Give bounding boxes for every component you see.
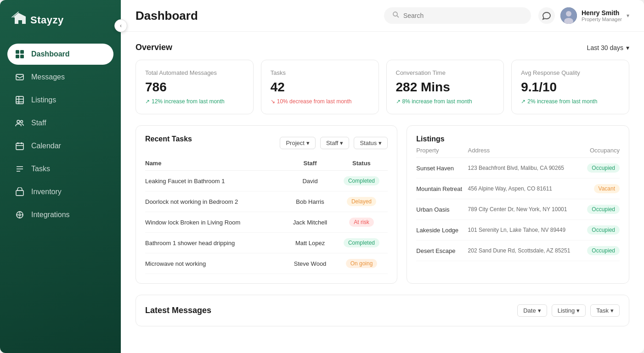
listing-property: Sunset Haven bbox=[416, 158, 468, 179]
main-content: Dashboard bbox=[121, 0, 644, 353]
sidebar-item-staff[interactable]: Staff bbox=[7, 112, 113, 134]
listing-property: Mountain Retreat bbox=[416, 179, 468, 199]
trend-icon-up: ↗ bbox=[396, 98, 401, 105]
svg-rect-18 bbox=[16, 191, 23, 196]
task-name: Leaking Faucet in Bathroom 1 bbox=[145, 171, 285, 191]
table-row: Window lock Broken in Living Room Jack M… bbox=[145, 212, 388, 233]
listing-occupancy: Occupied bbox=[583, 241, 620, 261]
listings-icon bbox=[15, 95, 25, 105]
col-occupancy: Occupancy bbox=[583, 143, 620, 158]
header-actions: Henry Smith Property Manager ▾ bbox=[538, 7, 629, 24]
chevron-down-icon: ▾ bbox=[306, 140, 310, 146]
sidebar-item-tasks[interactable]: Tasks bbox=[7, 158, 113, 179]
listing-address: 789 City Center Dr, New York, NY 10001 bbox=[468, 199, 583, 220]
table-row: Lakeside Lodge 101 Serenity Ln, Lake Tah… bbox=[416, 220, 620, 241]
stat-card-conversation: Conversation Time 282 Mins ↗ 8% increase… bbox=[386, 60, 504, 114]
task-name: Bathroom 1 shower head dripping bbox=[145, 233, 285, 253]
svg-rect-4 bbox=[16, 74, 23, 80]
task-status: Completed bbox=[335, 233, 388, 253]
stat-change: ↗ 2% increase from last month bbox=[521, 98, 620, 105]
sidebar-item-label: Dashboard bbox=[31, 50, 70, 58]
trend-icon-up: ↗ bbox=[521, 98, 525, 105]
svg-rect-2 bbox=[16, 55, 19, 58]
user-info: Henry Smith Property Manager bbox=[582, 9, 622, 22]
messages-icon bbox=[15, 72, 25, 82]
sidebar-item-label: Calendar bbox=[31, 142, 61, 150]
sidebar-item-dashboard[interactable]: Dashboard bbox=[7, 44, 113, 65]
sidebar-item-label: Staff bbox=[31, 119, 46, 127]
integrations-icon bbox=[15, 210, 25, 220]
tasks-card-title: Recent Tasks bbox=[145, 135, 192, 143]
task-staff: Jack Mitchell bbox=[285, 212, 335, 233]
col-status: Status bbox=[335, 156, 388, 171]
date-filter-button[interactable]: Date ▾ bbox=[517, 304, 547, 317]
logo-area: Stayzy bbox=[7, 11, 113, 29]
task-status: On going bbox=[335, 253, 388, 274]
sidebar-item-messages[interactable]: Messages bbox=[7, 67, 113, 88]
stat-card-quality: Avg Response Quality 9.1/10 ↗ 2% increas… bbox=[511, 60, 629, 114]
listing-occupancy: Occupied bbox=[583, 199, 620, 220]
chevron-down-icon: ▾ bbox=[626, 44, 629, 51]
stat-change: ↗ 12% increase from last month bbox=[145, 98, 244, 105]
svg-point-10 bbox=[21, 121, 23, 123]
sidebar-collapse-button[interactable]: ‹ bbox=[114, 19, 127, 32]
task-name: Window lock Broken in Living Room bbox=[145, 212, 285, 233]
sidebar-item-integrations[interactable]: Integrations bbox=[7, 204, 113, 225]
stat-value: 42 bbox=[271, 80, 369, 95]
trend-icon-up: ↗ bbox=[145, 98, 150, 105]
task-name: Microwave not working bbox=[145, 253, 285, 274]
task-status: Delayed bbox=[335, 191, 388, 212]
chat-button[interactable] bbox=[538, 7, 555, 24]
svg-point-24 bbox=[566, 11, 571, 17]
content-area: Overview Last 30 days ▾ Total Automated … bbox=[121, 32, 644, 353]
nav-menu: Dashboard Messages Listing bbox=[7, 44, 113, 227]
listing-address: 123 Beachfront Blvd, Malibu, CA 90265 bbox=[468, 158, 583, 179]
listings-table: Property Address Occupancy Sunset Haven … bbox=[416, 143, 620, 261]
user-area[interactable]: Henry Smith Property Manager ▾ bbox=[560, 7, 629, 24]
overview-title: Overview bbox=[136, 43, 172, 52]
task-filter-button[interactable]: Task ▾ bbox=[590, 304, 620, 317]
overview-header: Overview Last 30 days ▾ bbox=[136, 43, 629, 52]
table-row: Mountain Retreat 456 Alpine Way, Aspen, … bbox=[416, 179, 620, 199]
project-filter-button[interactable]: Project ▾ bbox=[280, 137, 315, 149]
listing-address: 101 Serenity Ln, Lake Tahoe, NV 89449 bbox=[468, 220, 583, 241]
stat-label: Tasks bbox=[271, 69, 369, 76]
messages-title: Latest Messages bbox=[145, 306, 211, 315]
task-staff: Bob Harris bbox=[285, 191, 335, 212]
status-filter-button[interactable]: Status ▾ bbox=[354, 137, 388, 149]
sidebar-item-label: Tasks bbox=[31, 165, 50, 173]
chevron-down-icon: ▾ bbox=[627, 12, 629, 19]
col-address: Address bbox=[468, 143, 583, 158]
sidebar-item-listings[interactable]: Listings bbox=[7, 90, 113, 111]
listing-filter-button[interactable]: Listing ▾ bbox=[552, 304, 586, 317]
header: Dashboard bbox=[121, 0, 644, 32]
listing-property: Lakeside Lodge bbox=[416, 220, 468, 241]
col-name: Name bbox=[145, 156, 285, 171]
listing-occupancy: Occupied bbox=[583, 220, 620, 241]
date-filter-button[interactable]: Last 30 days ▾ bbox=[587, 44, 629, 51]
latest-messages-section: Latest Messages Date ▾ Listing ▾ Task ▾ bbox=[136, 295, 629, 326]
sidebar-item-label: Messages bbox=[31, 73, 65, 81]
listing-occupancy: Occupied bbox=[583, 158, 620, 179]
stats-grid: Total Automated Messages 786 ↗ 12% incre… bbox=[136, 60, 629, 114]
inventory-icon bbox=[15, 187, 25, 197]
svg-point-21 bbox=[393, 12, 397, 16]
search-icon bbox=[392, 11, 400, 20]
sidebar-item-calendar[interactable]: Calendar bbox=[7, 135, 113, 157]
search-bar[interactable] bbox=[384, 7, 531, 24]
calendar-icon bbox=[15, 141, 25, 151]
search-input[interactable] bbox=[403, 12, 523, 19]
stat-label: Conversation Time bbox=[396, 69, 495, 76]
svg-rect-3 bbox=[20, 55, 24, 58]
listing-address: 202 Sand Dune Rd, Scottsdale, AZ 85251 bbox=[468, 241, 583, 261]
listing-address: 456 Alpine Way, Aspen, CO 81611 bbox=[468, 179, 583, 199]
chevron-down-icon: ▾ bbox=[378, 140, 382, 146]
svg-line-22 bbox=[397, 16, 399, 17]
logo-text: Stayzy bbox=[30, 14, 64, 26]
svg-rect-0 bbox=[16, 50, 19, 54]
staff-filter-button[interactable]: Staff ▾ bbox=[320, 137, 350, 149]
listing-occupancy: Vacant bbox=[583, 179, 620, 199]
chevron-down-icon: ▾ bbox=[610, 307, 614, 314]
sidebar-item-inventory[interactable]: Inventory bbox=[7, 181, 113, 202]
stat-card-messages: Total Automated Messages 786 ↗ 12% incre… bbox=[136, 60, 254, 114]
